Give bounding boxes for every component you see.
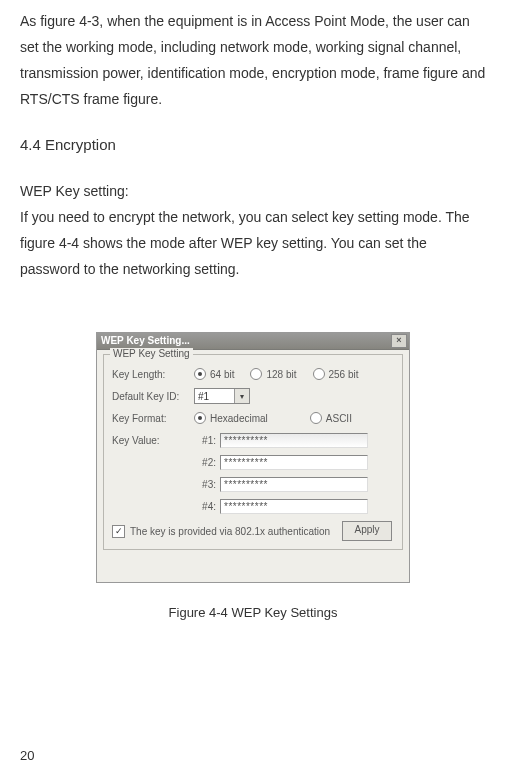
chevron-down-icon: ▾	[234, 389, 249, 403]
page: As figure 4-3, when the equipment is in …	[0, 8, 506, 777]
key-input-2[interactable]: **********	[220, 455, 368, 470]
auth-checkbox-label: The key is provided via 802.1x authentic…	[130, 526, 330, 537]
label-key-value: Key Value:	[112, 435, 194, 446]
close-icon[interactable]: ×	[391, 334, 407, 348]
page-number: 20	[20, 748, 34, 763]
dialog-title: WEP Key Setting...	[101, 335, 190, 346]
radio-64bit[interactable]: 64 bit	[194, 368, 234, 380]
row-key-format: Key Format: Hexadecimal ASCII	[112, 407, 394, 429]
radio-128bit[interactable]: 128 bit	[250, 368, 296, 380]
radio-hex[interactable]: Hexadecimal	[194, 412, 268, 424]
groupbox-label: WEP Key Setting	[110, 348, 193, 359]
intro-paragraph: As figure 4-3, when the equipment is in …	[20, 8, 486, 112]
radio-dot-icon	[250, 368, 262, 380]
figure-caption: Figure 4-4 WEP Key Settings	[20, 605, 486, 620]
figure-wrap: WEP Key Setting... × WEP Key Setting Key…	[20, 332, 486, 583]
apply-button[interactable]: Apply	[342, 521, 392, 541]
radio-256bit[interactable]: 256 bit	[313, 368, 359, 380]
radio-256bit-label: 256 bit	[329, 369, 359, 380]
row-key-1: Key Value: #1: **********	[112, 429, 394, 451]
row-key-2: #2: **********	[112, 451, 394, 473]
key-index-3: #3:	[194, 479, 220, 490]
row-key-3: #3: **********	[112, 473, 394, 495]
radio-ascii-label: ASCII	[326, 413, 352, 424]
radio-dot-icon	[310, 412, 322, 424]
row-auth-checkbox: ✓ The key is provided via 802.1x authent…	[112, 521, 394, 541]
key-input-1[interactable]: **********	[220, 433, 368, 448]
radio-hex-label: Hexadecimal	[210, 413, 268, 424]
key-index-1: #1:	[194, 435, 220, 446]
row-key-length: Key Length: 64 bit 128 bit 256 bit	[112, 363, 394, 385]
wep-groupbox: WEP Key Setting Key Length: 64 bit 128 b…	[103, 354, 403, 550]
radio-128bit-label: 128 bit	[266, 369, 296, 380]
key-input-3[interactable]: **********	[220, 477, 368, 492]
wep-subheading: WEP Key setting:	[20, 183, 129, 199]
select-value: #1	[198, 391, 209, 402]
wep-dialog: WEP Key Setting... × WEP Key Setting Key…	[96, 332, 410, 583]
row-key-4: #4: **********	[112, 495, 394, 517]
radio-dot-icon	[313, 368, 325, 380]
radio-64bit-label: 64 bit	[210, 369, 234, 380]
key-index-4: #4:	[194, 501, 220, 512]
key-index-2: #2:	[194, 457, 220, 468]
wep-paragraph: WEP Key setting: If you need to encrypt …	[20, 178, 486, 282]
wep-body-text: If you need to encrypt the network, you …	[20, 209, 470, 277]
select-default-key-id[interactable]: #1 ▾	[194, 388, 250, 404]
radio-ascii[interactable]: ASCII	[310, 412, 352, 424]
key-input-4[interactable]: **********	[220, 499, 368, 514]
radio-dot-icon	[194, 412, 206, 424]
radio-dot-icon	[194, 368, 206, 380]
row-default-key-id: Default Key ID: #1 ▾	[112, 385, 394, 407]
label-key-length: Key Length:	[112, 369, 194, 380]
auth-checkbox[interactable]: ✓	[112, 525, 125, 538]
label-default-key-id: Default Key ID:	[112, 391, 194, 402]
section-heading: 4.4 Encryption	[20, 134, 486, 156]
label-key-format: Key Format:	[112, 413, 194, 424]
